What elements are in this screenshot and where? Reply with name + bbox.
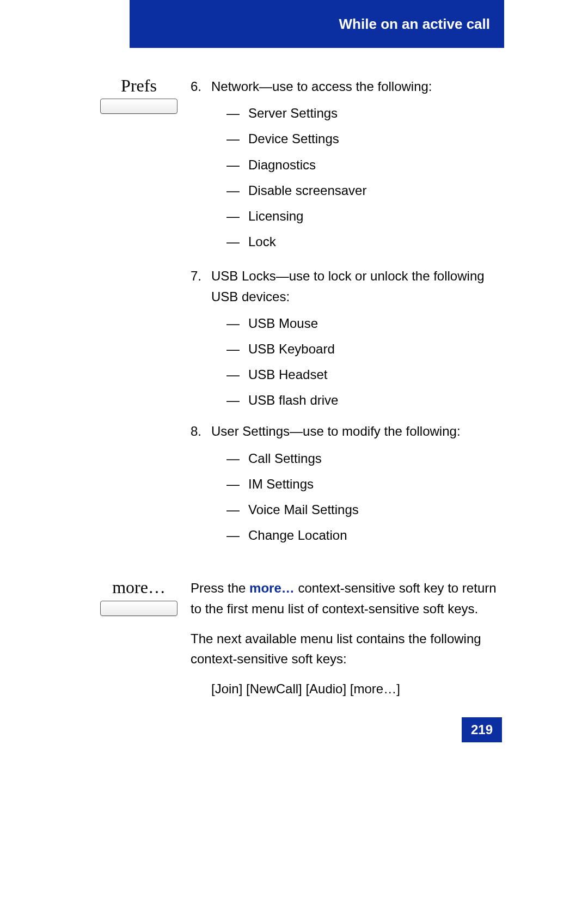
more-section: more… Press the more… context-sensitive … — [87, 578, 506, 709]
sub-item: —IM Settings — [226, 474, 506, 494]
more-paragraph-2: The next available menu list contains th… — [191, 629, 506, 669]
more-softkey-label: more… — [87, 578, 191, 597]
sub-label: Device Settings — [248, 129, 339, 149]
list-item-6: 6. Network—use to access the following: … — [191, 76, 506, 257]
page-content: Prefs 6. Network—use to access the follo… — [87, 76, 506, 730]
more-paragraph-1: Press the more… context-sensitive soft k… — [191, 578, 506, 618]
sub-item: —Call Settings — [226, 448, 506, 468]
sub-label: Lock — [248, 231, 276, 252]
sub-label: USB Keyboard — [248, 339, 335, 359]
prefs-softkey-label: Prefs — [87, 76, 191, 95]
sub-item: —USB Headset — [226, 364, 506, 385]
dash-icon: — — [226, 474, 248, 494]
sublist-7: —USB Mouse —USB Keyboard —USB Headset —U… — [211, 313, 506, 411]
sub-item: —Licensing — [226, 206, 506, 226]
prefs-softkey-column: Prefs — [87, 76, 191, 114]
sublist-8: —Call Settings —IM Settings —Voice Mail … — [211, 448, 506, 546]
sub-item: —Change Location — [226, 525, 506, 545]
list-text: User Settings—use to modify the followin… — [211, 424, 461, 438]
more-softkey-column: more… — [87, 578, 191, 615]
more-softkey-button[interactable] — [100, 601, 177, 616]
sub-item: —USB flash drive — [226, 390, 506, 410]
text-segment: Press the — [191, 581, 249, 595]
dash-icon: — — [226, 155, 248, 175]
sub-label: Change Location — [248, 525, 347, 545]
more-link-text: more… — [249, 581, 295, 595]
more-description: Press the more… context-sensitive soft k… — [191, 578, 506, 709]
sub-item: —Lock — [226, 231, 506, 252]
dash-icon: — — [226, 313, 248, 333]
sub-label: Diagnostics — [248, 155, 316, 175]
sub-label: IM Settings — [248, 474, 314, 494]
sub-item: —Device Settings — [226, 129, 506, 149]
sub-label: Licensing — [248, 206, 303, 226]
sub-item: —USB Mouse — [226, 313, 506, 333]
page-number: 219 — [462, 717, 502, 742]
dash-icon: — — [226, 448, 248, 468]
sub-label: Voice Mail Settings — [248, 499, 359, 520]
dash-icon: — — [226, 339, 248, 359]
sub-item: —Voice Mail Settings — [226, 499, 506, 520]
dash-icon: — — [226, 206, 248, 226]
dash-icon: — — [226, 499, 248, 520]
sub-label: USB flash drive — [248, 390, 338, 410]
page-header-band: While on an active call — [130, 0, 504, 48]
sublist-6: —Server Settings —Device Settings —Diagn… — [211, 103, 506, 252]
sub-item: —Diagnostics — [226, 155, 506, 175]
sub-label: Disable screensaver — [248, 180, 366, 200]
sub-item: —Server Settings — [226, 103, 506, 123]
dash-icon: — — [226, 364, 248, 385]
list-item-7: 7. USB Locks—use to lock or unlock the f… — [191, 266, 506, 416]
list-body: User Settings—use to modify the followin… — [211, 421, 506, 551]
prefs-section: Prefs 6. Network—use to access the follo… — [87, 76, 506, 556]
list-number: 8. — [191, 421, 211, 551]
prefs-softkey-button[interactable] — [100, 99, 177, 114]
more-softkey-list: [Join] [NewCall] [Audio] [more…] — [211, 679, 506, 699]
list-text: USB Locks—use to lock or unlock the foll… — [211, 269, 485, 303]
sub-item: —USB Keyboard — [226, 339, 506, 359]
dash-icon: — — [226, 390, 248, 410]
dash-icon: — — [226, 231, 248, 252]
list-body: USB Locks—use to lock or unlock the foll… — [211, 266, 506, 416]
dash-icon: — — [226, 103, 248, 123]
list-text: Network—use to access the following: — [211, 79, 432, 94]
sub-label: Server Settings — [248, 103, 338, 123]
page-header-title: While on an active call — [339, 16, 490, 33]
list-body: Network—use to access the following: —Se… — [211, 76, 506, 257]
list-number: 6. — [191, 76, 211, 257]
dash-icon: — — [226, 129, 248, 149]
sub-label: Call Settings — [248, 448, 322, 468]
sub-label: USB Mouse — [248, 313, 318, 333]
list-item-8: 8. User Settings—use to modify the follo… — [191, 421, 506, 551]
prefs-description: 6. Network—use to access the following: … — [191, 76, 506, 556]
sub-item: —Disable screensaver — [226, 180, 506, 200]
list-number: 7. — [191, 266, 211, 416]
dash-icon: — — [226, 525, 248, 545]
dash-icon: — — [226, 180, 248, 200]
sub-label: USB Headset — [248, 364, 327, 385]
